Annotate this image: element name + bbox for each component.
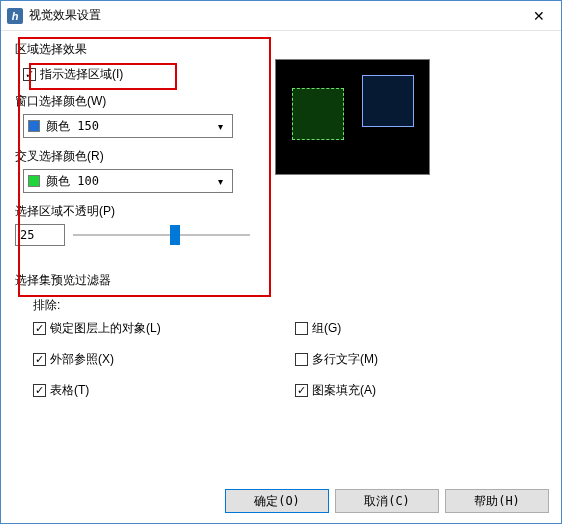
ok-button-label: 确定(O) <box>254 493 300 510</box>
window-color-value: 颜色 150 <box>46 118 212 135</box>
selection-preview <box>275 59 430 175</box>
exclude-label: 排除: <box>33 297 547 314</box>
window-color-combo[interactable]: 颜色 150 ▾ <box>23 114 233 138</box>
app-icon: h <box>7 8 23 24</box>
filter-checkbox[interactable] <box>33 322 46 335</box>
filter-item[interactable]: 图案填充(A) <box>295 382 547 399</box>
ok-button[interactable]: 确定(O) <box>225 489 329 513</box>
filter-group-label: 选择集预览过滤器 <box>15 272 547 289</box>
cross-color-label: 交叉选择颜色(R) <box>15 148 255 165</box>
filter-label: 外部参照(X) <box>50 351 114 368</box>
preview-window-rect <box>362 75 414 127</box>
close-button[interactable]: ✕ <box>516 1 561 30</box>
indicate-area-checkbox[interactable] <box>23 68 36 81</box>
filter-label: 表格(T) <box>50 382 89 399</box>
cancel-button-label: 取消(C) <box>364 493 410 510</box>
help-button[interactable]: 帮助(H) <box>445 489 549 513</box>
filter-checkbox[interactable] <box>295 384 308 397</box>
filter-label: 锁定图层上的对象(L) <box>50 320 161 337</box>
dialog-content: 区域选择效果 指示选择区域(I) 窗口选择颜色(W) 颜色 150 ▾ 交叉选择… <box>1 31 561 481</box>
filter-item[interactable]: 表格(T) <box>33 382 285 399</box>
area-select-group-label: 区域选择效果 <box>15 41 255 58</box>
indicate-area-label: 指示选择区域(I) <box>40 66 123 83</box>
indicate-area-row[interactable]: 指示选择区域(I) <box>23 66 255 83</box>
opacity-input-value: 25 <box>20 228 34 242</box>
cancel-button[interactable]: 取消(C) <box>335 489 439 513</box>
cross-color-value: 颜色 100 <box>46 173 212 190</box>
window-color-swatch <box>28 120 40 132</box>
slider-thumb[interactable] <box>170 225 180 245</box>
close-icon: ✕ <box>533 8 545 24</box>
filter-label: 图案填充(A) <box>312 382 376 399</box>
filter-grid: 锁定图层上的对象(L)组(G)外部参照(X)多行文字(M)表格(T)图案填充(A… <box>33 320 547 399</box>
dialog-title: 视觉效果设置 <box>29 7 516 24</box>
slider-line <box>73 234 250 236</box>
opacity-input[interactable]: 25 <box>15 224 65 246</box>
titlebar[interactable]: h 视觉效果设置 ✕ <box>1 1 561 31</box>
button-bar: 确定(O) 取消(C) 帮助(H) <box>1 481 561 523</box>
cross-color-combo[interactable]: 颜色 100 ▾ <box>23 169 233 193</box>
filter-checkbox[interactable] <box>33 384 46 397</box>
dialog-window: h 视觉效果设置 ✕ 区域选择效果 指示选择区域(I) 窗口选择颜色(W) 颜色… <box>0 0 562 524</box>
filter-label: 组(G) <box>312 320 341 337</box>
filter-item[interactable]: 锁定图层上的对象(L) <box>33 320 285 337</box>
filter-label: 多行文字(M) <box>312 351 378 368</box>
filter-checkbox[interactable] <box>295 322 308 335</box>
filter-item[interactable]: 组(G) <box>295 320 547 337</box>
preview-cross-rect <box>292 88 344 140</box>
help-button-label: 帮助(H) <box>474 493 520 510</box>
chevron-down-icon: ▾ <box>212 176 228 187</box>
opacity-slider[interactable] <box>73 225 250 245</box>
cross-color-swatch <box>28 175 40 187</box>
filter-item[interactable]: 外部参照(X) <box>33 351 285 368</box>
window-color-label: 窗口选择颜色(W) <box>15 93 255 110</box>
filter-item[interactable]: 多行文字(M) <box>295 351 547 368</box>
filter-checkbox[interactable] <box>295 353 308 366</box>
opacity-label: 选择区域不透明(P) <box>15 203 255 220</box>
chevron-down-icon: ▾ <box>212 121 228 132</box>
filter-checkbox[interactable] <box>33 353 46 366</box>
